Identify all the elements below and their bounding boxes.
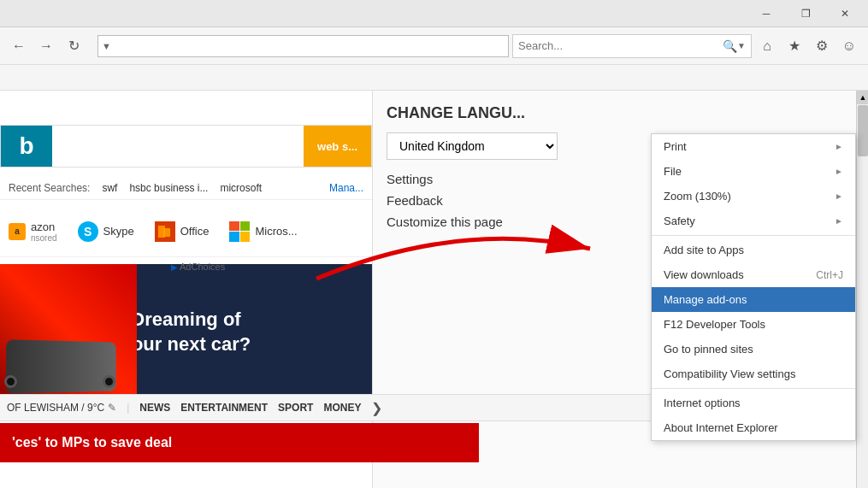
amazon-icon: a — [9, 223, 26, 240]
office-label: Office — [180, 225, 210, 238]
menu-add-site[interactable]: Add site to Apps — [652, 238, 855, 262]
menu-print[interactable]: Print ► — [652, 134, 855, 159]
menu-downloads-shortcut: Ctrl+J — [816, 269, 843, 281]
pinned-site-microsoft[interactable]: Micros... — [229, 221, 297, 242]
recent-searches-bar: Recent Searches: swf hsbc business i... … — [0, 176, 372, 200]
emoji-icon[interactable]: ☺ — [837, 34, 861, 58]
pinned-site-amazon[interactable]: a azon nsored — [9, 220, 57, 243]
microsoft-label: Micros... — [255, 225, 297, 238]
bing-bar: b web s... — [0, 125, 372, 168]
maximize-button[interactable]: ❐ — [786, 0, 825, 27]
menu-manage-addons[interactable]: Manage add-ons — [652, 287, 855, 312]
minimize-button[interactable]: ─ — [747, 0, 786, 27]
forward-button[interactable]: → — [34, 34, 58, 58]
menu-safety[interactable]: Safety ► — [652, 209, 855, 233]
headline-text: 'ces' to MPs to save deal — [12, 435, 172, 450]
microsoft-icon — [229, 221, 250, 242]
toolbar: ← → ↻ ▼ 🔍 ▼ ⌂ ★ ⚙ ☺ — [0, 27, 868, 65]
recent-item-hsbc[interactable]: hsbc business i... — [129, 182, 208, 194]
back-button[interactable]: ← — [7, 34, 31, 58]
menu-print-arrow: ► — [835, 142, 843, 151]
ticker-news[interactable]: NEWS — [139, 402, 170, 414]
favorites-bar — [0, 65, 868, 91]
scrollbar[interactable]: ▲ — [856, 91, 868, 488]
bing-logo: b — [1, 125, 52, 168]
menu-sep-1 — [652, 235, 855, 236]
url-bar-arrow: ▼ — [102, 41, 111, 51]
amazon-label: azon nsored — [31, 220, 57, 243]
headline-bar: 'ces' to MPs to save deal — [0, 423, 479, 462]
bing-web-button[interactable]: web s... — [304, 125, 371, 168]
pinned-sites: a azon nsored S Skype Office M — [0, 206, 372, 257]
menu-f12[interactable]: F12 Developer Tools — [652, 312, 855, 337]
recent-item-microsoft[interactable]: microsoft — [220, 182, 262, 194]
scroll-thumb[interactable] — [858, 105, 868, 156]
manage-link[interactable]: Mana... — [329, 182, 363, 194]
skype-label: Skype — [103, 225, 134, 238]
car-image — [0, 264, 137, 401]
skype-icon: S — [78, 221, 98, 242]
favorites-icon[interactable]: ★ — [782, 34, 806, 58]
ticker-sport[interactable]: SPORT — [278, 402, 313, 414]
menu-safety-arrow: ► — [835, 216, 843, 226]
ad-text: Dreaming of your next car? — [121, 308, 251, 356]
title-bar: ─ ❐ ✕ — [0, 0, 868, 27]
recent-label: Recent Searches: — [9, 182, 90, 194]
refresh-button[interactable]: ↻ — [62, 34, 86, 58]
menu-zoom[interactable]: Zoom (130%) ► — [652, 184, 855, 209]
pinned-site-office[interactable]: Office — [155, 221, 210, 242]
country-dropdown[interactable]: United Kingdom — [387, 132, 558, 160]
menu-file[interactable]: File ► — [652, 159, 855, 184]
menu-zoom-arrow: ► — [835, 191, 843, 201]
menu-about-ie[interactable]: About Internet Explorer — [652, 415, 855, 440]
bing-search-input[interactable] — [59, 139, 297, 153]
edit-location-icon[interactable]: ✎ — [108, 402, 116, 414]
change-lang-title: CHANGE LANGU... — [387, 104, 854, 122]
menu-view-downloads[interactable]: View downloads Ctrl+J — [652, 262, 855, 287]
pinned-site-skype[interactable]: S Skype — [78, 221, 134, 242]
main-content: b web s... Recent Searches: swf hsbc bus… — [0, 91, 868, 488]
menu-file-arrow: ► — [835, 167, 843, 176]
context-menu: Print ► File ► Zoom (130%) ► Safety ► Ad… — [651, 133, 856, 441]
menu-sep-2 — [652, 388, 855, 389]
ticker-money[interactable]: MONEY — [323, 402, 361, 414]
search-icon[interactable]: 🔍 — [723, 39, 737, 53]
office-icon — [155, 221, 175, 242]
search-box[interactable]: 🔍 ▼ — [512, 34, 752, 58]
home-icon[interactable]: ⌂ — [755, 34, 779, 58]
tools-icon[interactable]: ⚙ — [810, 34, 834, 58]
ticker-entertainment[interactable]: ENTERTAINMENT — [180, 402, 268, 414]
menu-internet-options[interactable]: Internet options — [652, 391, 855, 415]
search-input[interactable] — [518, 39, 723, 52]
scroll-up[interactable]: ▲ — [857, 91, 868, 104]
menu-pinned-sites[interactable]: Go to pinned sites — [652, 337, 855, 362]
search-dropdown[interactable]: ▼ — [737, 41, 746, 50]
close-button[interactable]: ✕ — [825, 0, 865, 27]
ticker-next[interactable]: ❯ — [371, 400, 382, 416]
svg-rect-1 — [163, 228, 170, 237]
ticker-location: OF LEWISHAM / 9°C ✎ — [7, 402, 116, 414]
ad-choices[interactable]: ▶ AdChoices — [171, 262, 225, 272]
recent-item-swf[interactable]: swf — [102, 182, 117, 194]
ad-banner: Dreaming of your next car? — [0, 264, 372, 401]
menu-compat-view[interactable]: Compatibility View settings — [652, 362, 855, 386]
